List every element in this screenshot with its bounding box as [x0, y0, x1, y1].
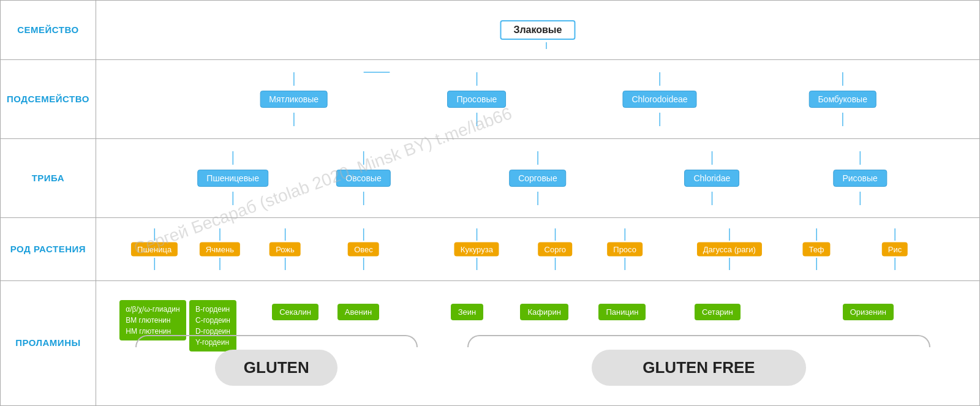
node-zlakovy: Злаковые [500, 20, 575, 40]
prolamin-sekalin: Секалин [272, 304, 318, 320]
rod-content: Пшеница Ячмень Рожь Овес Кукуруза Сорго [96, 217, 979, 280]
label-podsemeystvo: ПОДСЕМЕЙСТВО [1, 59, 96, 138]
node-oves: Овес [348, 242, 379, 256]
label-prolaminy: ПРОЛАМИНЫ [1, 280, 96, 405]
main-table: СЕМЕЙСТВО Злаковые ПОДСЕМЕЙСТВО [0, 0, 980, 406]
label-rod: РОД РАСТЕНИЯ [1, 217, 96, 280]
node-chlorodoideae: Chlorodoideae [622, 91, 696, 108]
node-bombukovye: Бомбуковые [809, 91, 876, 108]
prolamin-setarin: Сетарин [695, 304, 741, 320]
node-rozh: Рожь [270, 242, 301, 256]
node-proso: Просо [607, 242, 643, 256]
prolamin-orizeni: Оризенин [843, 304, 894, 320]
node-ris: Рис [882, 242, 908, 256]
node-risovye: Рисовые [833, 170, 886, 187]
gluten-free-label: GLUTEN FREE [592, 350, 806, 386]
node-kukuruza: Кукуруза [454, 242, 499, 256]
node-pshenica: Пшеница [131, 242, 178, 256]
node-myatlikovye: Мятликовые [260, 91, 328, 108]
node-dagussa: Дагусса (раги) [697, 242, 762, 256]
node-ovsovye: Овсовые [336, 170, 390, 187]
node-sorgo: Сорго [538, 242, 573, 256]
node-pshenicevye: Пшеницевые [197, 170, 268, 187]
triba-content: Пшеницевые Овсовые Сорговые Chloridae Ри… [96, 138, 979, 217]
node-chloridae: Chloridae [684, 170, 739, 187]
label-triba: ТРИБА [1, 138, 96, 217]
label-semeystvo: СЕМЕЙСТВО [1, 1, 96, 60]
prolamin-panicin: Паницин [598, 304, 646, 320]
prolamin-zein: Зеин [451, 304, 484, 320]
node-sorgovye: Сорговые [509, 170, 567, 187]
node-prosovye: Просовые [447, 91, 506, 108]
prolamin-kafirin: Кафирин [520, 304, 568, 320]
podsemeystvo-content: Мятликовые Просовые Chlorodoideae Бомбук… [96, 59, 979, 138]
prolamin-avenin: Авенин [337, 304, 379, 320]
node-yachmen: Ячмень [200, 242, 240, 256]
node-tef: Теф [802, 242, 830, 256]
prolaminy-content: α/β/χ/ω-глиадинВМ глютенинНМ глютенин В-… [96, 280, 979, 405]
semeystvo-content: Злаковые [96, 1, 979, 60]
gluten-label: GLUTEN [215, 350, 337, 386]
